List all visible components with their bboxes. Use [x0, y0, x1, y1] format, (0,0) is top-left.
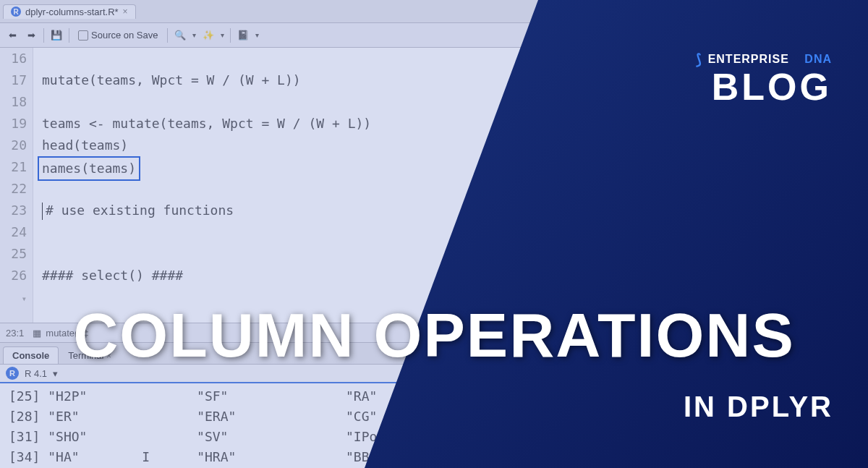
source-on-save-label: Source on Save [91, 30, 158, 41]
text-cursor [42, 203, 43, 220]
chevron-down-icon[interactable]: ▾ [221, 31, 224, 39]
code-line [42, 221, 868, 243]
forward-icon[interactable]: ➡ [25, 29, 38, 42]
search-icon[interactable]: 🔍 [174, 29, 187, 42]
file-tab-bar: R dplyr-columns-start.R* × [0, 0, 868, 23]
file-tab[interactable]: R dplyr-columns-start.R* × [3, 4, 136, 19]
back-icon[interactable]: ⬅ [6, 29, 19, 42]
output-row: [34] "HA" I "HRA" "BBA" [9, 447, 859, 467]
close-icon[interactable]: × [123, 7, 128, 17]
highlighted-selection: names(teams) [38, 156, 140, 181]
chevron-down-icon[interactable]: ▾ [799, 31, 803, 39]
run-arrow-icon: ➡ [740, 30, 748, 41]
editor-toolbar: ⬅ ➡ 💾 Source on Save 🔍 ▾ ✨ ▾ 📓 ▾ ➡ Run ↻… [0, 23, 868, 48]
source-arrow-icon: ➡ [815, 30, 823, 41]
code-line: #### select() #### [42, 265, 868, 286]
line-number: 21 [0, 156, 27, 178]
code-line [42, 243, 868, 265]
source-label: Source [826, 30, 856, 41]
window-control-icon[interactable] [848, 7, 861, 17]
output-row: [31] "SHO" "SV" "IPouts" [9, 427, 859, 447]
source-on-save-toggle[interactable]: Source on Save [75, 28, 161, 42]
line-number: 19 [0, 113, 27, 135]
cursor-position: 23:1 [6, 328, 24, 339]
dropdown-icon[interactable]: ▾ [53, 368, 58, 379]
line-number-gutter: 16 17 18 19 20 21 22 23 24 25 26 ▾ [0, 48, 33, 323]
code-line: names(teams) [42, 156, 868, 178]
title-main: COLUMN OPERATIONS [29, 304, 839, 366]
run-button[interactable]: ➡ Run [740, 30, 768, 41]
file-tab-label: dplyr-columns-start.R* [25, 7, 119, 17]
line-number: 16 [0, 48, 27, 69]
r-version-label: R 4.1 [25, 368, 47, 379]
chevron-down-icon[interactable]: ▾ [192, 31, 196, 39]
r-logo-icon: R [6, 367, 19, 380]
chevron-down-icon: ▾ [859, 31, 862, 39]
line-number: 24 [0, 221, 27, 243]
dna-icon: ⟆ [696, 51, 702, 68]
run-label: Run [751, 30, 768, 41]
save-icon[interactable]: 💾 [50, 29, 63, 42]
code-line: teams <- mutate(teams, Wpct = W / (W + L… [42, 113, 868, 135]
blog-label: BLOG [696, 68, 832, 106]
logo-area: ⟆ ENTERPRISE DNA BLOG [696, 51, 832, 106]
line-number: 22 [0, 178, 27, 200]
code-line [42, 178, 868, 200]
magic-wand-icon[interactable]: ✨ [202, 29, 215, 42]
checkbox-icon [78, 30, 88, 41]
r-file-icon: R [11, 7, 21, 17]
rerun-icon[interactable]: ↻ [780, 29, 793, 42]
title-sub: IN DPLYR [684, 391, 833, 423]
source-button[interactable]: ➡ Source ▾ [815, 30, 862, 41]
line-number: 18 [0, 91, 27, 113]
code-line: # use existing functions [42, 200, 868, 221]
code-line: head(teams) [42, 135, 868, 156]
line-number: 20 [0, 135, 27, 156]
notebook-icon[interactable]: 📓 [237, 29, 250, 42]
chevron-down-icon[interactable]: ▾ [255, 31, 259, 39]
line-number: 25 [0, 243, 27, 265]
line-number: 17 [0, 69, 27, 91]
line-number: 26 ▾ [0, 265, 27, 310]
collapse-icon: ▾ [22, 294, 27, 304]
line-number: 23 [0, 200, 27, 221]
